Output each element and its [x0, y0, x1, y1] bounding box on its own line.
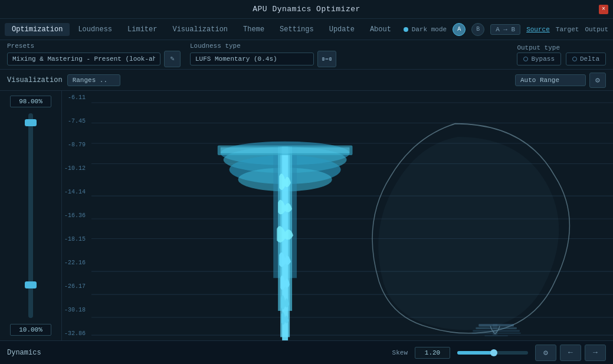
bypass-option[interactable]: Bypass — [517, 53, 561, 65]
output-row: Bypass Delta — [517, 53, 606, 65]
right-waveform — [372, 124, 569, 337]
tab-settings[interactable]: Settings — [273, 23, 321, 36]
slider-thumb-top[interactable] — [25, 119, 37, 126]
prev-button[interactable]: ← — [560, 345, 581, 361]
presets-row: Mixing & Mastering - Present (look-ahead… — [7, 51, 181, 67]
loudness-row: LUFS Momentary (0.4s) — [190, 51, 336, 67]
tab-theme[interactable]: Theme — [236, 23, 271, 36]
y-label-4: -14.14 — [64, 189, 89, 195]
skew-label: Skew — [392, 349, 408, 356]
y-label-2: -8.79 — [64, 142, 89, 148]
tab-visualization[interactable]: Visualization — [165, 23, 235, 36]
dynamics-slider[interactable] — [457, 351, 528, 355]
skew-value[interactable]: 1.20 — [415, 347, 450, 359]
loudness-group: Loudness type LUFS Momentary (0.4s) — [190, 42, 336, 67]
loudness-label: Loudness type — [190, 42, 336, 50]
bottom-buttons: ⚙ ← → — [535, 345, 606, 361]
delta-label: Delta — [580, 55, 599, 63]
nav-right: Dark mode A B A → B Source Target Output — [404, 23, 608, 36]
slider-panel: 98.00% 10.00% — [0, 91, 62, 340]
chart-area: -6.11 -7.45 -8.79 -10.12 -14.14 -16.36 -… — [62, 91, 613, 340]
svg-rect-25 — [484, 335, 508, 336]
top-percentage: 98.00% — [10, 96, 51, 107]
tab-about[interactable]: About — [363, 23, 398, 36]
slider-thumb-bottom[interactable] — [25, 281, 37, 288]
preset-edit-button[interactable]: ✎ — [164, 51, 181, 67]
main-content: Presets Mixing & Mastering - Present (lo… — [0, 40, 613, 364]
range-select[interactable]: Ranges .. — [67, 74, 120, 86]
y-label-9: -30.18 — [64, 307, 89, 313]
y-axis: -6.11 -7.45 -8.79 -10.12 -14.14 -16.36 -… — [62, 91, 91, 340]
auto-range-select[interactable]: Auto Range — [515, 74, 586, 86]
controls-row: Presets Mixing & Mastering - Present (lo… — [0, 40, 613, 70]
source-link[interactable]: Source — [526, 26, 550, 33]
y-label-7: -22.16 — [64, 260, 89, 266]
app-title: APU Dynamics Optimizer — [253, 5, 360, 14]
dark-mode-indicator[interactable]: Dark mode — [404, 26, 447, 33]
link-button[interactable] — [317, 51, 336, 67]
tab-update[interactable]: Update — [322, 23, 362, 36]
tab-limiter[interactable]: Limiter — [120, 23, 164, 36]
next-button[interactable]: → — [585, 345, 606, 361]
y-label-3: -10.12 — [64, 165, 89, 172]
slider-track[interactable] — [28, 113, 33, 318]
dynamics-label: Dynamics — [7, 349, 54, 357]
nav-bar: Optimization Loudness Limiter Visualizat… — [0, 19, 613, 40]
visualization-label: Visualization — [7, 76, 63, 84]
tab-loudness[interactable]: Loudness — [71, 23, 119, 36]
left-waveform — [218, 142, 353, 340]
y-label-5: -16.36 — [64, 212, 89, 219]
ab-button-b[interactable]: B — [471, 23, 484, 36]
tab-optimization[interactable]: Optimization — [5, 23, 70, 36]
dark-mode-label: Dark mode — [412, 26, 447, 33]
viz-gear-button[interactable]: ⚙ — [589, 73, 606, 88]
y-label-1: -7.45 — [64, 118, 89, 124]
bottom-bar: Dynamics Skew 1.20 ⚙ ← → — [0, 340, 613, 364]
y-label-10: -32.86 — [64, 330, 89, 337]
presets-label: Presets — [7, 42, 181, 50]
y-label-0: -6.11 — [64, 94, 89, 101]
presets-group: Presets Mixing & Mastering - Present (lo… — [7, 42, 181, 67]
delta-option[interactable]: Delta — [566, 53, 606, 65]
bypass-radio-dot — [523, 57, 528, 61]
title-bar: APU Dynamics Optimizer × — [0, 0, 613, 19]
bypass-label: Bypass — [531, 55, 555, 63]
y-label-6: -18.15 — [64, 236, 89, 242]
svg-rect-20 — [221, 147, 350, 153]
preset-select[interactable]: Mixing & Mastering - Present (look-ahead… — [7, 53, 160, 65]
viz-area: 98.00% 10.00% -6.11 -7.45 -8.79 -10.12 -… — [0, 91, 613, 340]
settings-button[interactable]: ⚙ — [535, 345, 556, 361]
dynamics-slider-thumb[interactable] — [490, 349, 497, 356]
output-group: Output type Bypass Delta — [517, 44, 606, 65]
dark-mode-dot — [404, 27, 408, 32]
loudness-select[interactable]: LUFS Momentary (0.4s) — [190, 53, 314, 65]
waveform-canvas — [91, 91, 613, 340]
target-link[interactable]: Target — [556, 26, 579, 33]
output-link[interactable]: Output — [585, 26, 608, 33]
output-label: Output type — [517, 44, 606, 51]
ab-arrow-button[interactable]: A → B — [490, 24, 520, 35]
delta-radio-dot — [572, 57, 577, 61]
viz-label-row: Visualization Ranges .. Auto Range ⚙ — [0, 70, 613, 91]
close-button[interactable]: × — [599, 5, 608, 14]
y-label-8: -26.17 — [64, 283, 89, 290]
bottom-percentage: 10.00% — [10, 324, 51, 336]
ab-button-a[interactable]: A — [453, 23, 466, 36]
